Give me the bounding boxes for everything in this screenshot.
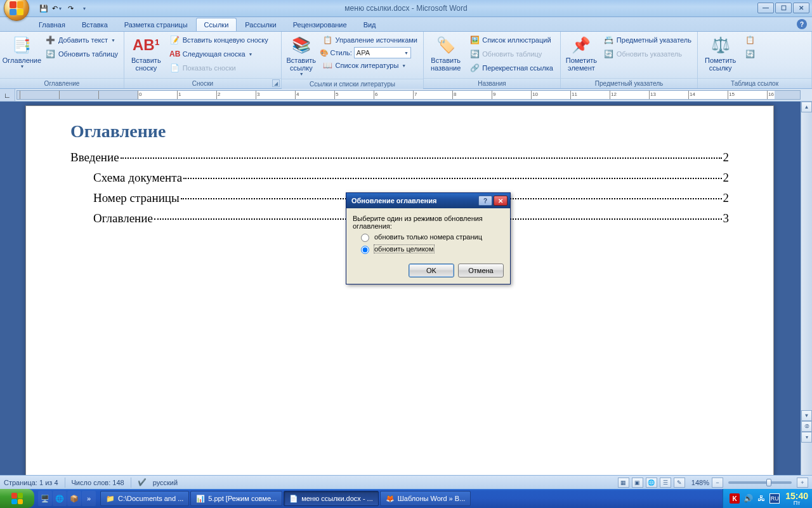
dialog-close-button[interactable]: ✕	[494, 196, 508, 206]
start-button[interactable]	[0, 489, 34, 508]
option-entire[interactable]: обновить целиком	[358, 244, 504, 254]
mark-citation-button[interactable]: ⚖️ Пометить ссылку	[700, 33, 740, 74]
table-of-figures-button[interactable]: 🖼️Список иллюстраций	[466, 33, 556, 47]
dialog-titlebar[interactable]: Обновление оглавления ? ✕	[346, 193, 510, 208]
close-button[interactable]: ✕	[793, 3, 809, 13]
view-web-icon[interactable]: 🌐	[646, 478, 657, 488]
tray-kaspersky-icon[interactable]: K	[730, 493, 740, 504]
dialog-help-button[interactable]: ?	[478, 196, 492, 206]
view-full-screen-icon[interactable]: ▣	[632, 478, 643, 488]
toc-entry-page: 2	[723, 191, 730, 205]
toc-button[interactable]: 📑 Оглавление ▼	[3, 33, 41, 71]
insert-toa-button[interactable]: 📋	[742, 33, 758, 47]
citation-style-row: 🎨 Стиль: APA▼	[320, 47, 421, 58]
ql-ie-icon[interactable]: 🌐	[53, 491, 67, 506]
zoom-in-button[interactable]: +	[797, 478, 808, 488]
manage-sources-button[interactable]: 📋Управление источниками	[320, 33, 421, 47]
tab-home[interactable]: Главная	[30, 18, 74, 31]
vertical-scrollbar[interactable]: ▲ ▼ ⦿ ▾	[801, 102, 812, 475]
status-page[interactable]: Страница: 1 из 4	[4, 479, 58, 486]
zoom-level[interactable]: 148%	[691, 479, 709, 486]
minimize-button[interactable]: —	[757, 3, 774, 13]
tray-lang-icon[interactable]: RU	[769, 493, 780, 504]
next-footnote-button[interactable]: ABСледующая сноска▼	[167, 47, 272, 61]
task-label: 5.ppt [Режим совме...	[208, 495, 277, 502]
taskbar-item[interactable]: 📊5.ppt [Режим совме...	[190, 491, 282, 506]
show-desktop-icon[interactable]: 🖥️	[38, 491, 52, 506]
toc-entry[interactable]: Введение2	[70, 150, 729, 164]
qat-customize-icon[interactable]: ▾	[78, 3, 89, 14]
taskbar-item[interactable]: 📁C:\Documents and ...	[100, 491, 189, 506]
toc-entry-page: 3	[723, 211, 730, 225]
taskbar-item[interactable]: 📄меню ссылки.docx - ...	[284, 491, 379, 506]
tray-network-icon[interactable]: 🖧	[756, 493, 766, 504]
mark-entry-button[interactable]: 📌 Пометить элемент	[563, 33, 599, 74]
show-footnotes-button[interactable]: 📄Показать сноски	[167, 61, 272, 75]
tab-pagelayout[interactable]: Разметка страницы	[116, 18, 196, 31]
zoom-out-button[interactable]: −	[712, 478, 723, 488]
window-title: меню ссылки.docx - Microsoft Word	[344, 4, 467, 13]
ql-app-icon[interactable]: 📦	[67, 491, 81, 506]
taskbar-clock[interactable]: 15:40 Пт	[783, 491, 808, 506]
toc-entry-page: 2	[723, 171, 730, 185]
status-proofing-icon[interactable]: ✔️	[138, 478, 147, 486]
radio-entire[interactable]	[361, 246, 369, 254]
option-page-numbers[interactable]: обновить только номера страниц	[358, 232, 504, 242]
update-toa-button[interactable]: 🔄	[742, 47, 758, 61]
tab-references[interactable]: Ссылки	[196, 18, 237, 31]
scroll-down-icon[interactable]: ▼	[801, 410, 812, 421]
insert-endnote-button[interactable]: 📝Вставить концевую сноску	[167, 33, 272, 47]
view-outline-icon[interactable]: ☰	[660, 478, 671, 488]
help-button[interactable]: ?	[797, 19, 807, 29]
cancel-button[interactable]: Отмена	[458, 264, 504, 277]
zoom-slider[interactable]	[728, 481, 792, 484]
insert-index-button[interactable]: 📇Предметный указатель	[601, 33, 695, 47]
taskbar-item[interactable]: 🦊Шаблоны Word » В...	[380, 491, 471, 506]
radio-page-numbers[interactable]	[361, 234, 369, 242]
view-draft-icon[interactable]: ✎	[674, 478, 685, 488]
footnotes-launcher[interactable]: ◢	[272, 79, 280, 87]
status-language[interactable]: русский	[153, 479, 178, 486]
browse-next-icon[interactable]: ▾	[801, 432, 812, 443]
tab-view[interactable]: Вид	[355, 18, 384, 31]
status-words[interactable]: Число слов: 148	[72, 479, 124, 486]
toc-entry-text: Номер страницы	[93, 191, 180, 205]
update-index-icon: 🔄	[604, 49, 614, 59]
toc-entry[interactable]: Схема документа2	[70, 171, 729, 185]
mark-entry-label: Пометить элемент	[566, 57, 597, 72]
citation-icon: 📚	[291, 35, 311, 55]
page[interactable]: Оглавление Введение2Схема документа2Номе…	[25, 105, 774, 475]
taskbar: 🖥️ 🌐 📦 » 📁C:\Documents and ...📊5.ppt [Ре…	[0, 489, 812, 508]
toc-entry-text: Схема документа	[93, 171, 182, 185]
maximize-button[interactable]: ☐	[775, 3, 792, 13]
add-text-button[interactable]: ➕Добавить текст▼	[43, 33, 121, 47]
citation-style-combo[interactable]: APA▼	[354, 47, 411, 58]
tab-insert[interactable]: Вставка	[74, 18, 116, 31]
browse-prev-icon[interactable]: ⦿	[801, 421, 812, 432]
tray-volume-icon[interactable]: 🔊	[743, 493, 753, 504]
bibliography-button[interactable]: 📖Список литературы▼	[320, 58, 421, 72]
scroll-up-icon[interactable]: ▲	[801, 102, 812, 112]
save-icon[interactable]: 💾	[38, 3, 49, 14]
ql-expand-icon[interactable]: »	[82, 491, 96, 506]
insert-footnote-button[interactable]: AB¹ Вставить сноску	[127, 33, 166, 74]
update-toc-button[interactable]: 🔄Обновить таблицу	[43, 47, 121, 61]
zoom-thumb[interactable]	[766, 479, 771, 486]
ribbon-tabs: Главная Вставка Разметка страницы Ссылки…	[0, 17, 812, 32]
undo-icon[interactable]: ↶▼	[51, 3, 63, 14]
insert-caption-button[interactable]: 🏷️ Вставить название	[426, 33, 465, 74]
tab-mailings[interactable]: Рассылки	[237, 18, 284, 31]
figures-list-icon: 🖼️	[469, 35, 480, 45]
redo-icon[interactable]: ↷	[65, 3, 76, 14]
insert-citation-button[interactable]: 📚 Вставить ссылку ▼	[284, 33, 318, 79]
view-print-layout-icon[interactable]: ▦	[618, 478, 629, 488]
update-figures-button[interactable]: 🔄Обновить таблицу	[466, 47, 556, 61]
ruler-corner-icon[interactable]: ∟	[0, 89, 15, 101]
cross-reference-button[interactable]: 🔗Перекрестная ссылка	[466, 61, 556, 75]
quick-launch: 🖥️ 🌐 📦 »	[34, 491, 100, 506]
horizontal-ruler[interactable]: 0123456789101112131415161718	[16, 90, 801, 100]
tab-review[interactable]: Рецензирование	[285, 18, 355, 31]
update-index-button[interactable]: 🔄Обновить указатель	[601, 47, 695, 61]
ok-button[interactable]: OK	[409, 264, 454, 277]
bibliography-icon: 📖	[323, 60, 333, 70]
